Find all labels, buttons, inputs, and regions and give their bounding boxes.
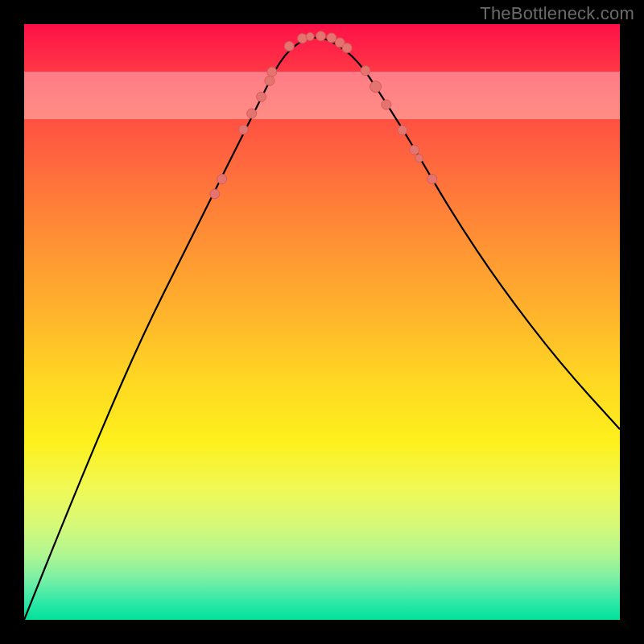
data-markers: [210, 31, 437, 199]
data-marker: [361, 66, 370, 76]
data-marker: [284, 41, 294, 51]
data-marker: [398, 126, 407, 135]
data-marker: [257, 92, 266, 101]
data-marker: [247, 109, 257, 118]
data-marker: [267, 67, 277, 76]
data-marker: [342, 43, 352, 53]
data-marker: [410, 145, 419, 155]
chart-container: TheBottleneck.com: [0, 0, 644, 644]
curve-line: [24, 38, 620, 620]
data-marker: [217, 174, 227, 184]
data-marker: [382, 100, 391, 109]
data-marker: [210, 189, 220, 199]
bottleneck-curve: [24, 24, 620, 620]
data-marker: [238, 125, 248, 134]
data-marker: [306, 33, 314, 41]
data-marker: [265, 76, 275, 85]
data-marker: [370, 81, 382, 93]
data-marker: [298, 34, 308, 43]
data-marker: [415, 155, 423, 163]
data-marker: [316, 31, 326, 41]
data-marker: [427, 174, 437, 184]
attribution-text: TheBottleneck.com: [480, 3, 634, 24]
plot-area: [24, 24, 620, 620]
